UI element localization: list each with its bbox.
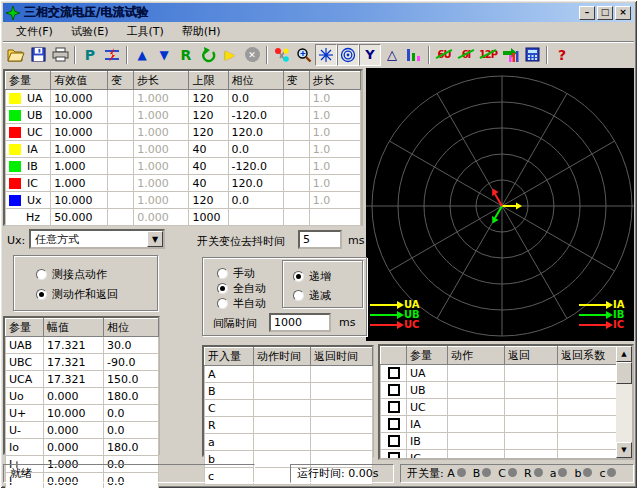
limit-cell[interactable]: 120 <box>189 107 228 124</box>
scrollbar[interactable]: ▲ ▼ <box>616 346 632 458</box>
menu-test[interactable]: 试验(E) <box>62 22 118 41</box>
var-cell[interactable] <box>108 175 134 192</box>
step-cell[interactable]: 1.0 <box>309 107 360 124</box>
var-cell[interactable] <box>283 107 309 124</box>
var-cell[interactable] <box>108 209 134 226</box>
radio-action-return[interactable]: 测动作和返回 <box>36 287 118 302</box>
phase-cell[interactable]: 0.0 <box>228 90 283 107</box>
var-cell[interactable] <box>283 175 309 192</box>
step-cell[interactable]: 1.0 <box>309 175 360 192</box>
open-button[interactable] <box>5 44 27 66</box>
var-cell[interactable] <box>108 141 134 158</box>
var-cell[interactable] <box>108 192 134 209</box>
chevron-down-icon[interactable]: ▼ <box>147 231 163 247</box>
reset-button[interactable]: R <box>175 44 197 66</box>
phase-cell[interactable]: 120.0 <box>228 124 283 141</box>
limit-cell[interactable]: 120 <box>189 124 228 141</box>
harmonic-button[interactable] <box>403 44 425 66</box>
step-cell[interactable]: 1.000 <box>134 192 189 209</box>
value-cell[interactable]: 1.000 <box>51 158 108 175</box>
var-cell[interactable] <box>108 124 134 141</box>
limit-cell[interactable]: 120 <box>189 192 228 209</box>
limit-cell[interactable]: 40 <box>189 141 228 158</box>
phase-cell[interactable]: -120.0 <box>228 107 283 124</box>
delta-connection-button[interactable]: △ <box>381 44 403 66</box>
menu-file[interactable]: 文件(F) <box>7 22 62 41</box>
limit-cell[interactable]: 40 <box>189 175 228 192</box>
print-button[interactable] <box>49 44 71 66</box>
step-cell[interactable]: 0.000 <box>134 209 189 226</box>
step-cell[interactable]: 1.000 <box>134 90 189 107</box>
menu-tools[interactable]: 工具(T) <box>117 22 172 41</box>
limit-cell[interactable]: 1000 <box>189 209 228 226</box>
step-cell[interactable]: 1.0 <box>309 141 360 158</box>
row-checkbox[interactable] <box>388 384 400 396</box>
step-cell[interactable]: 1.000 <box>134 107 189 124</box>
close-button[interactable]: × <box>615 6 631 20</box>
step-cell[interactable]: 1.000 <box>134 141 189 158</box>
scroll-down-icon[interactable]: ▼ <box>616 442 632 458</box>
radio-decrease[interactable]: 递减 <box>293 288 331 303</box>
row-checkbox[interactable] <box>388 367 400 379</box>
var-cell[interactable] <box>283 209 309 226</box>
phase-cell[interactable]: 0.0 <box>228 192 283 209</box>
scroll-up-icon[interactable]: ▲ <box>616 346 632 362</box>
menu-help[interactable]: 帮助(H) <box>173 22 230 41</box>
minimize-button[interactable]: – <box>579 6 595 20</box>
six-u-button[interactable]: 6U <box>433 44 455 66</box>
maximize-button[interactable]: □ <box>597 6 613 20</box>
phase-cell[interactable] <box>228 209 283 226</box>
phase-cell[interactable]: -120.0 <box>228 158 283 175</box>
phase-cell[interactable]: 0.0 <box>228 141 283 158</box>
value-cell[interactable]: 10.000 <box>51 124 108 141</box>
star-display-button[interactable] <box>315 44 337 66</box>
stop-button[interactable]: ✕ <box>241 44 263 66</box>
step-cell[interactable]: 1.0 <box>309 90 360 107</box>
row-checkbox[interactable] <box>388 401 400 413</box>
var-cell[interactable] <box>283 192 309 209</box>
value-cell[interactable]: 1.000 <box>51 141 108 158</box>
step-cell[interactable]: 1.0 <box>309 158 360 175</box>
save-button[interactable] <box>27 44 49 66</box>
value-cell[interactable]: 1.000 <box>51 175 108 192</box>
debounce-input[interactable]: 5 <box>298 230 342 249</box>
value-cell[interactable]: 10.000 <box>51 192 108 209</box>
value-cell[interactable]: 10.000 <box>51 90 108 107</box>
radio-increase[interactable]: 递增 <box>293 269 331 284</box>
row-checkbox[interactable] <box>388 435 400 447</box>
param-setting-button[interactable]: P <box>79 44 101 66</box>
var-cell[interactable] <box>283 90 309 107</box>
radio-full-auto[interactable]: 全自动 <box>217 281 266 296</box>
step-cell[interactable]: 1.000 <box>134 124 189 141</box>
var-cell[interactable] <box>108 158 134 175</box>
radio-semi-auto[interactable]: 半自动 <box>217 296 266 311</box>
radio-contact-action[interactable]: 测接点动作 <box>36 267 107 282</box>
help-button[interactable]: ? <box>551 44 573 66</box>
step-cell[interactable]: 1.000 <box>134 158 189 175</box>
short-circuit-button[interactable] <box>101 44 123 66</box>
output-button[interactable] <box>499 44 521 66</box>
row-checkbox[interactable] <box>388 452 400 460</box>
calculator-button[interactable] <box>521 44 543 66</box>
var-cell[interactable] <box>283 124 309 141</box>
step-cell[interactable] <box>309 209 360 226</box>
scroll-thumb[interactable] <box>616 362 632 384</box>
step-cell[interactable]: 1.000 <box>134 175 189 192</box>
ux-mode-select[interactable]: 任意方式 ▼ <box>29 229 165 249</box>
limit-cell[interactable]: 120 <box>189 90 228 107</box>
var-cell[interactable] <box>108 90 134 107</box>
var-cell[interactable] <box>108 107 134 124</box>
var-cell[interactable] <box>283 141 309 158</box>
step-cell[interactable]: 1.0 <box>309 124 360 141</box>
value-cell[interactable]: 50.000 <box>51 209 108 226</box>
value-cell[interactable]: 10.000 <box>51 107 108 124</box>
var-cell[interactable] <box>283 158 309 175</box>
y-connection-button[interactable]: Y <box>359 44 381 66</box>
phase-cell[interactable]: 120.0 <box>228 175 283 192</box>
row-checkbox[interactable] <box>388 418 400 430</box>
interval-input[interactable]: 1000 <box>269 313 331 332</box>
limit-cell[interactable]: 40 <box>189 158 228 175</box>
circle-display-button[interactable] <box>337 44 359 66</box>
increase-button[interactable]: ▲ <box>131 44 153 66</box>
start-button[interactable]: ▶ <box>219 44 241 66</box>
